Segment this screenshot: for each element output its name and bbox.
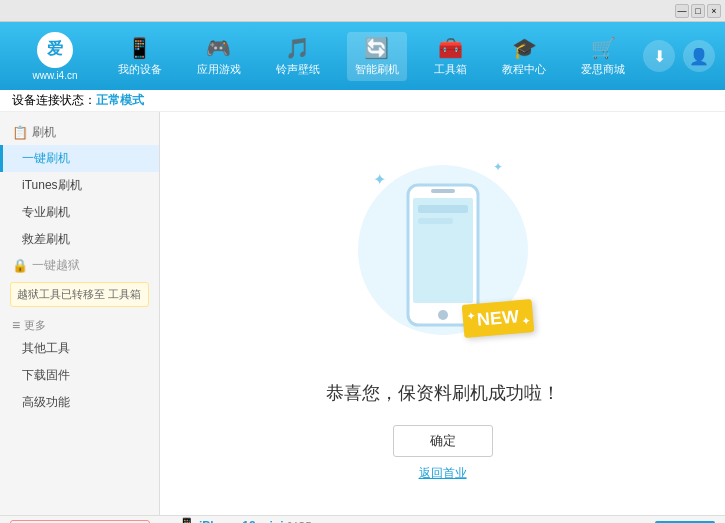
toolbox-icon: 🧰 (438, 36, 463, 60)
sidebar-item-other-tools[interactable]: 其他工具 (0, 335, 159, 362)
store-icon: 🛒 (591, 36, 616, 60)
header-right: ⬇ 👤 (643, 40, 715, 72)
tutorial-icon: 🎓 (512, 36, 537, 60)
smart-shop-icon: 🔄 (364, 36, 389, 60)
return-link[interactable]: 返回首业 (419, 465, 467, 482)
sidebar-item-recovery-flash[interactable]: 救差刷机 (0, 226, 159, 253)
sidebar-item-pro-flash[interactable]: 专业刷机 (0, 199, 159, 226)
sparkle-left: ✦ (373, 170, 386, 189)
jailbreak-notice-text: 越狱工具已转移至 工具箱 (17, 288, 141, 300)
svg-rect-1 (413, 198, 473, 303)
sidebar-item-one-click-flash[interactable]: 一键刷机 (0, 145, 159, 172)
flash-header-label: 刷机 (32, 124, 56, 141)
device-icon: 📱 (178, 517, 199, 523)
sidebar-flash-header: 📋 刷机 (0, 120, 159, 145)
nav-my-device[interactable]: 📱 我的设备 (110, 32, 170, 81)
close-btn[interactable]: × (707, 4, 721, 18)
user-btn[interactable]: 👤 (683, 40, 715, 72)
my-device-label: 我的设备 (118, 62, 162, 77)
sidebar-item-download-firmware[interactable]: 下载固件 (0, 362, 159, 389)
status-label: 设备连接状态： (12, 92, 96, 109)
success-text: 恭喜您，保资料刷机成功啦！ (326, 381, 560, 405)
download-btn[interactable]: ⬇ (643, 40, 675, 72)
nav-toolbox[interactable]: 🧰 工具箱 (426, 32, 475, 81)
maximize-btn[interactable]: □ (691, 4, 705, 18)
device-info: 📱 iPhone 12 mini 64GB Down-12mini-13,1 (170, 517, 330, 523)
svg-rect-2 (431, 189, 455, 193)
more-divider: 更多 (0, 311, 159, 335)
ringtones-icon: 🎵 (285, 36, 310, 60)
tutorial-label: 教程中心 (502, 62, 546, 77)
sidebar: 📋 刷机 一键刷机 iTunes刷机 专业刷机 救差刷机 🔒 一键越狱 越狱工具… (0, 112, 160, 515)
content-area: 📋 刷机 一键刷机 iTunes刷机 专业刷机 救差刷机 🔒 一键越狱 越狱工具… (0, 112, 725, 515)
logo-icon: 爱 (37, 32, 73, 68)
logo-area[interactable]: 爱 www.i4.cn (10, 32, 100, 81)
nav-apps-games[interactable]: 🎮 应用游戏 (189, 32, 249, 81)
jailbreak-notice: 越狱工具已转移至 工具箱 (10, 282, 149, 307)
device-name: iPhone 12 mini (199, 519, 284, 523)
title-bar: — □ × (0, 0, 725, 22)
apps-games-label: 应用游戏 (197, 62, 241, 77)
sidebar-item-itunes-flash[interactable]: iTunes刷机 (0, 172, 159, 199)
phone-illustration: NEW ✦ ✦ (353, 145, 533, 365)
header: 爱 www.i4.cn 📱 我的设备 🎮 应用游戏 🎵 铃声壁纸 🔄 智能刷机 … (0, 22, 725, 90)
sidebar-jailbreak-header: 🔒 一键越狱 (0, 253, 159, 278)
flash-header-icon: 📋 (12, 125, 28, 140)
svg-point-3 (438, 310, 448, 320)
nav-smart-shop[interactable]: 🔄 智能刷机 (347, 32, 407, 81)
nav-ringtones[interactable]: 🎵 铃声壁纸 (268, 32, 328, 81)
smart-shop-label: 智能刷机 (355, 62, 399, 77)
bottom-bar: ✓ 自动歌连 ✓ 跳过向导 📱 iPhone 12 mini 64GB Down… (0, 515, 725, 523)
lock-icon: 🔒 (12, 258, 28, 273)
nav-bar: 📱 我的设备 🎮 应用游戏 🎵 铃声壁纸 🔄 智能刷机 🧰 工具箱 🎓 教程中心… (100, 32, 643, 81)
my-device-icon: 📱 (127, 36, 152, 60)
more-label: 更多 (24, 318, 46, 333)
confirm-button[interactable]: 确定 (393, 425, 493, 457)
apps-games-icon: 🎮 (206, 36, 231, 60)
logo-url: www.i4.cn (32, 70, 77, 81)
nav-store[interactable]: 🛒 爱思商城 (573, 32, 633, 81)
minimize-btn[interactable]: — (675, 4, 689, 18)
svg-rect-5 (418, 218, 453, 224)
jailbreak-label: 一键越狱 (32, 257, 80, 274)
sparkle-right: ✦ (493, 160, 503, 174)
status-bar: 设备连接状态： 正常模式 (0, 90, 725, 112)
status-value: 正常模式 (96, 92, 144, 109)
store-label: 爱思商城 (581, 62, 625, 77)
main-content: NEW ✦ ✦ 恭喜您，保资料刷机成功啦！ 确定 返回首业 (160, 112, 725, 515)
ringtones-label: 铃声壁纸 (276, 62, 320, 77)
toolbox-label: 工具箱 (434, 62, 467, 77)
svg-rect-4 (418, 205, 468, 213)
nav-tutorial[interactable]: 🎓 教程中心 (494, 32, 554, 81)
new-badge: NEW (461, 299, 534, 338)
sidebar-item-advanced[interactable]: 高级功能 (0, 389, 159, 416)
